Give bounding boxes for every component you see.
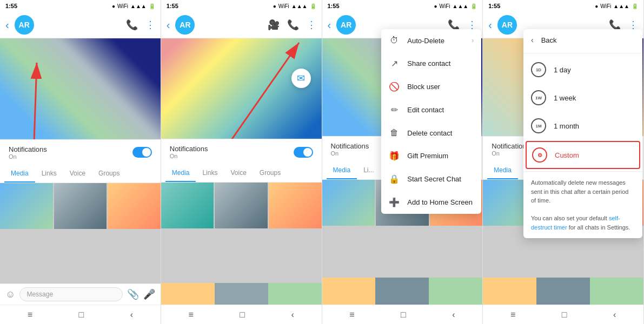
tab-media-2[interactable]: Media <box>165 165 196 182</box>
tab-groups-1[interactable]: Groups <box>92 165 126 183</box>
menu-gift-label: Gift Premium <box>407 152 448 160</box>
phone-icon-1[interactable]: 📞 <box>126 19 138 31</box>
more-icon-2[interactable]: ⋮ <box>307 19 316 31</box>
nav-back-2[interactable]: ‹ <box>291 310 294 320</box>
submenu-divider-1 <box>523 53 642 53</box>
avatar-3[interactable]: AR <box>336 15 356 35</box>
notifications-sub-2: On <box>170 153 208 159</box>
tab-media-4[interactable]: Media <box>487 162 518 179</box>
notifications-toggle-1[interactable] <box>132 147 152 158</box>
compose-button-2[interactable]: ✉ <box>291 69 311 88</box>
media-cell-1 <box>0 183 53 229</box>
nav-back-3[interactable]: ‹ <box>452 310 455 320</box>
bottom-nav-3: ≡ □ ‹ <box>322 305 483 324</box>
add-icon: ➕ <box>389 197 400 207</box>
mic-icon-1[interactable]: 🎤 <box>143 288 155 300</box>
submenu-custom[interactable]: ⚙ Custom <box>526 141 640 169</box>
nav-home-4[interactable]: □ <box>562 310 567 320</box>
media-row-3b <box>322 278 483 305</box>
tab-links-2[interactable]: Links <box>196 165 224 182</box>
badge-1week: 1W <box>531 90 546 105</box>
notifications-label-3: Notifications <box>331 142 369 150</box>
menu-share-contact[interactable]: ↗ Share contact <box>381 52 481 75</box>
phone-icon-2[interactable]: 📞 <box>287 19 299 31</box>
top-bar-4: ‹ AR 📞 ⋮ ‹ Back 1D 1 day 1W 1 week 1M <box>483 12 643 38</box>
submenu-back[interactable]: ‹ Back <box>523 29 642 51</box>
avatar-2[interactable]: AR <box>175 15 195 35</box>
bottom-nav-1: ≡ □ ‹ <box>0 305 161 324</box>
menu-block-label: Block user <box>407 83 440 91</box>
menu-delete-contact[interactable]: 🗑 Delete contact <box>381 122 481 144</box>
autodelete-icon: ⏱ <box>389 36 400 45</box>
nav-menu-3[interactable]: ≡ <box>349 310 354 320</box>
submenu-link[interactable]: self-destruct timer <box>531 215 620 231</box>
menu-autodelete-label: Auto-Delete <box>407 37 444 45</box>
back-button-2[interactable]: ‹ <box>167 19 170 31</box>
media-cell-2 <box>54 183 107 229</box>
share-icon: ↗ <box>389 58 400 69</box>
notifications-sub-1: On <box>9 153 47 160</box>
menu-block-user[interactable]: 🚫 Block user <box>381 75 481 98</box>
menu-home-screen[interactable]: ➕ Add to Home Screen <box>381 191 481 214</box>
message-input-bar-1: ☺ Message 📎 🎤 <box>0 284 161 305</box>
nav-menu-2[interactable]: ≡ <box>188 310 193 320</box>
menu-secret-chat[interactable]: 🔒 Start Secret Chat <box>381 167 481 191</box>
bottom-nav-4: ≡ □ ‹ <box>483 305 643 324</box>
bottom-nav-2: ≡ □ ‹ <box>161 305 322 324</box>
tab-links-3[interactable]: Li... <box>357 162 380 179</box>
media-cell-8 <box>215 283 268 305</box>
tab-media-3[interactable]: Media <box>327 162 357 179</box>
nav-back-1[interactable]: ‹ <box>130 310 133 320</box>
menu-gift-premium[interactable]: 🎁 Gift Premium <box>381 144 481 167</box>
submenu-1day[interactable]: 1D 1 day <box>523 56 642 84</box>
nav-home-1[interactable]: □ <box>79 310 84 320</box>
emoji-icon-1[interactable]: ☺ <box>5 289 15 300</box>
media-cell-3 <box>108 183 161 229</box>
nav-home-3[interactable]: □ <box>401 310 406 320</box>
top-bar-3: ‹ AR 📞 ⋮ ⏱ Auto-Delete › ↗ Share contact… <box>322 12 483 38</box>
panel-3: 1:55 ●WiFi▲▲▲🔋 ‹ AR 📞 ⋮ ⏱ Auto-Delete › … <box>322 0 483 324</box>
notifications-toggle-2[interactable] <box>294 147 313 158</box>
submenu-1month[interactable]: 1M 1 month <box>523 112 642 140</box>
status-icons-3: ●WiFi▲▲▲🔋 <box>434 3 477 9</box>
gift-icon: 🎁 <box>389 151 400 161</box>
message-input-1[interactable]: Message <box>19 287 122 301</box>
notifications-section-2: Notifications On <box>161 139 322 165</box>
media-tabs-1: Media Links Voice Groups <box>0 165 161 183</box>
menu-share-label: Share contact <box>407 59 450 68</box>
status-bar-2: 1:55 ●WiFi▲▲▲🔋 <box>161 0 322 12</box>
attach-icon-1[interactable]: 📎 <box>127 288 139 300</box>
submenu-description: Automatically delete new messages sent i… <box>523 174 642 238</box>
back-button-3[interactable]: ‹ <box>328 19 331 31</box>
more-icon-1[interactable]: ⋮ <box>145 19 155 31</box>
delete-icon: 🗑 <box>389 128 400 138</box>
status-time-4: 1:55 <box>488 3 500 9</box>
notifications-sub-3: On <box>331 150 369 157</box>
tab-media-1[interactable]: Media <box>4 165 35 183</box>
submenu-back-label: Back <box>541 36 557 44</box>
avatar-4[interactable]: AR <box>497 15 517 35</box>
block-icon: 🚫 <box>389 82 400 92</box>
menu-edit-contact[interactable]: ✏ Edit contact <box>381 98 481 122</box>
tab-voice-1[interactable]: Voice <box>63 165 92 183</box>
media-cell-10 <box>322 180 375 226</box>
tab-groups-2[interactable]: Groups <box>253 165 287 182</box>
nav-menu-4[interactable]: ≡ <box>510 310 515 320</box>
menu-edit-label: Edit contact <box>407 106 444 114</box>
submenu-1week[interactable]: 1W 1 week <box>523 84 642 112</box>
chat-bg-1 <box>0 38 161 139</box>
back-button-4[interactable]: ‹ <box>488 19 492 31</box>
tab-voice-2[interactable]: Voice <box>224 165 253 182</box>
autodelete-arrow: › <box>472 37 474 44</box>
status-bar-3: 1:55 ●WiFi▲▲▲🔋 <box>322 0 483 12</box>
nav-menu-1[interactable]: ≡ <box>28 310 32 320</box>
status-time-3: 1:55 <box>328 3 340 9</box>
media-cell-14 <box>375 278 429 305</box>
nav-home-2[interactable]: □ <box>240 310 245 320</box>
avatar-1[interactable]: AR <box>15 15 34 35</box>
tab-links-1[interactable]: Links <box>35 165 63 183</box>
nav-back-4[interactable]: ‹ <box>613 310 616 320</box>
menu-autodelete[interactable]: ⏱ Auto-Delete › <box>381 29 481 52</box>
video-icon-2[interactable]: 🎥 <box>268 19 280 31</box>
back-button-1[interactable]: ‹ <box>5 19 9 31</box>
